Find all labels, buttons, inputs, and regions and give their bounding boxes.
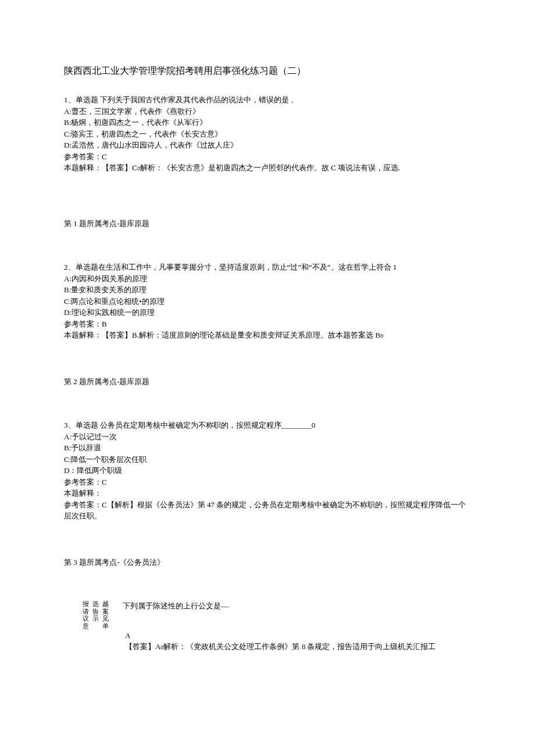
q4-col2-2: 示 (92, 615, 99, 622)
q4-col3-3: 见 (102, 615, 109, 622)
question-2: 2、单选题在生活和工作中，凡事要掌握分寸，坚持适度原则，防止“过”和“不及”。这… (64, 261, 471, 341)
q3-option-b: B:予以辞退 (64, 442, 471, 454)
q4-explanation: 【答案】A₀解析：《党政机关公文处理工作条例》第 8 条规定，报告适用于向上级机… (125, 641, 471, 653)
q3-point: 第 3 题所属考点-《公务员法》 (64, 557, 471, 568)
q1-option-c: C:骆宾王，初唐四杰之一，代表作《长安古意》 (64, 128, 471, 140)
q3-option-d: D：降低两个职级 (64, 465, 471, 476)
q3-explanation-label: 本题解释： (64, 488, 471, 499)
q4-answer-letter: A (125, 630, 471, 642)
q4-col3-0: 越 (102, 600, 109, 608)
q2-option-b: B:量变和质变关系的原理 (64, 284, 471, 296)
q3-answer: 参考答案：C (64, 476, 471, 488)
q2-option-c: C:两点论和重点论相统•的原理 (64, 296, 471, 307)
q2-explanation: 本题解释：【答案】B.解析：适度原则的理论基础是量变和质变辩证关系原理。故本题答… (64, 329, 471, 341)
q3-explanation: 参考答案：C【解析】根据《公务员法》第 47 条的规定，公务员在定期考核中被确定… (64, 499, 471, 522)
q4-col1-1: 请 (83, 608, 89, 615)
q4-col3: 越 案 见 单 (102, 600, 109, 630)
q2-answer: 参考答案：B (64, 318, 471, 330)
q4-col3-2: 案 (102, 608, 109, 615)
q1-option-d: D:孟浩然，唐代山水田园诗人，代表作《过故人庄》 (64, 139, 471, 151)
q1-option-b: B:杨炯，初唐四杰之一，代表作《从军行》 (64, 117, 471, 128)
q2-option-a: A:内因和外因关系的原理 (64, 273, 471, 285)
q1-stem: 1、单选题 下列关于我国古代作家及其代表作品的说法中，错误的是 。 (64, 94, 471, 106)
q4-col1-0: 报 (83, 600, 89, 608)
question-1: 1、单选题 下列关于我国古代作家及其代表作品的说法中，错误的是 。 A:曹丕，三… (64, 94, 471, 174)
page-title: 陕西西北工业大学管理学院招考聘用启事强化练习题（二） (64, 64, 471, 78)
q2-option-d: D:理论和实践相统一的原理 (64, 307, 471, 318)
q2-stem: 2、单选题在生活和工作中，凡事要掌握分寸，坚持适度原则，防止“过”和“不及”。这… (64, 261, 471, 273)
q4-col3-4: 单 (102, 622, 109, 630)
q4-col2-1: 告 (92, 608, 99, 615)
q4-col2-0: 选 (92, 600, 99, 608)
q4-col1-2: 议 (83, 615, 89, 622)
q3-option-a: A:予以记过一次 (64, 431, 471, 443)
q4-col1-3: 意 (83, 622, 89, 630)
q4-stem: 下列属于陈述性的上行公文是— (123, 600, 229, 612)
q3-option-c: C:降低一个职务层次任职 (64, 454, 471, 465)
q1-option-a: A:曹丕，三国文学家，代表作《燕歌行》 (64, 106, 471, 117)
q3-stem: 3、单选题 公务员在定期考核中被确定为不称职的，按照规定程序________0 (64, 420, 471, 431)
question-3: 3、单选题 公务员在定期考核中被确定为不称职的，按照规定程序________0 … (64, 420, 471, 522)
q4-col1: 报 请 议 意 (83, 600, 89, 630)
q2-point: 第 2 题所属考点-题库原题 (64, 376, 471, 388)
question-4: 报 请 议 意 选 告 示 越 案 见 单 下列属于陈述性的上行公文是— A 【… (64, 600, 471, 653)
q1-explanation: 本题解释：【答案】C₀解析：《长安古意》是初唐四杰之一卢照邻的代表作。故 C 项… (64, 162, 471, 174)
q4-col2: 选 告 示 (92, 600, 99, 622)
q1-point: 第 1 题所属考点-题库原题 (64, 218, 471, 230)
q1-answer: 参考答案：C (64, 151, 471, 163)
